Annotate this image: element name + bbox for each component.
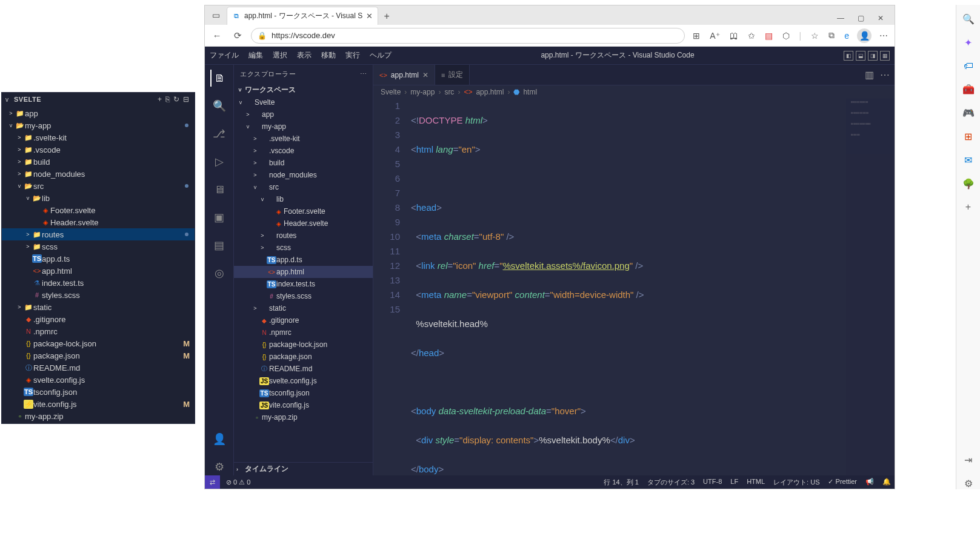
- close-window-button[interactable]: ✕: [875, 12, 886, 25]
- chevron-down-icon[interactable]: v: [5, 96, 14, 103]
- activity-search-icon[interactable]: 🔍: [211, 98, 228, 114]
- tree-item[interactable]: >📁app: [2, 107, 195, 119]
- tree-item[interactable]: ⚗index.test.ts: [2, 277, 195, 289]
- menu-run[interactable]: 実行: [345, 50, 360, 61]
- status-feedback-icon[interactable]: 📢: [865, 478, 874, 487]
- tree-item[interactable]: ⓘREADME.md: [2, 362, 195, 374]
- activity-book-icon[interactable]: ▤: [211, 237, 228, 254]
- menu-help[interactable]: ヘルプ: [370, 50, 392, 61]
- tab-actions-icon[interactable]: ▭: [205, 5, 227, 25]
- address-bar[interactable]: 🔒 https://vscode.dev: [251, 28, 685, 44]
- breadcrumb[interactable]: Svelte› my-app› src› <> app.html› ⬣ html: [373, 85, 895, 99]
- tree-item[interactable]: ⚡vite.config.jsM: [2, 398, 195, 410]
- tree-item[interactable]: N.npmrc: [2, 325, 195, 337]
- menu-view[interactable]: 表示: [297, 50, 312, 61]
- tree-item[interactable]: >📁static: [2, 301, 195, 313]
- minimize-button[interactable]: —: [835, 12, 847, 25]
- favorites-icon[interactable]: ☆: [809, 29, 821, 42]
- tree-item[interactable]: >📁.vscode: [2, 144, 195, 156]
- layout-grid-icon[interactable]: ▦: [880, 51, 890, 61]
- tree-item[interactable]: ◆.gitignore: [2, 313, 195, 325]
- edge-games-icon[interactable]: 🎮: [962, 107, 975, 119]
- tree-item[interactable]: JSsvelte.config.js: [234, 375, 373, 387]
- new-tab-button[interactable]: +: [378, 8, 395, 25]
- tree-item[interactable]: {}package.jsonM: [2, 349, 195, 362]
- collections-icon[interactable]: ⧉: [827, 28, 836, 42]
- tree-item[interactable]: >📁scss: [2, 240, 195, 253]
- status-language[interactable]: HTML: [747, 478, 765, 487]
- tree-item[interactable]: >node_modules: [234, 169, 373, 181]
- workspace-section-header[interactable]: v ワークスペース: [234, 83, 373, 96]
- read-aloud-icon[interactable]: A⁺: [708, 29, 721, 42]
- tree-item[interactable]: v📂my-app: [2, 119, 195, 131]
- tree-item[interactable]: #styles.scss: [234, 290, 373, 302]
- editor-more-icon[interactable]: ⋯: [880, 69, 890, 81]
- layout-bottom-icon[interactable]: ⬓: [856, 51, 865, 61]
- activity-account-icon[interactable]: 👤: [211, 431, 228, 448]
- refresh-icon[interactable]: ↻: [172, 95, 181, 104]
- tree-item[interactable]: TStsconfig.json: [234, 387, 373, 399]
- new-file-icon[interactable]: +: [156, 95, 164, 104]
- status-prettier[interactable]: ✓ Prettier: [828, 478, 857, 487]
- tree-item[interactable]: {}package-lock.jsonM: [2, 337, 195, 349]
- ext-todoist-icon[interactable]: ▤: [763, 29, 775, 42]
- activity-scm-icon[interactable]: ⎇: [211, 125, 228, 142]
- favorite-icon[interactable]: ✩: [746, 29, 757, 42]
- breadcrumb-item[interactable]: app.html: [476, 88, 504, 96]
- tree-item[interactable]: v📂lib: [2, 192, 195, 204]
- activity-explorer-icon[interactable]: 🗎: [210, 70, 227, 87]
- app-icon[interactable]: ⊞: [691, 29, 702, 42]
- status-cursor-pos[interactable]: 行 14、列 1: [604, 478, 638, 487]
- tree-item[interactable]: ▫my-app.zip: [2, 410, 195, 422]
- activity-extensions-icon[interactable]: ▣: [211, 209, 228, 226]
- status-encoding[interactable]: UTF-8: [703, 478, 722, 487]
- breadcrumb-item[interactable]: my-app: [410, 88, 435, 96]
- tree-item[interactable]: vSvelte: [234, 96, 373, 108]
- more-icon[interactable]: ⋯: [878, 29, 890, 42]
- tree-item[interactable]: TSapp.d.ts: [2, 253, 195, 265]
- tree-item[interactable]: vlib: [234, 193, 373, 205]
- tree-item[interactable]: <>app.html: [2, 265, 195, 277]
- activity-debug-icon[interactable]: ▷: [211, 153, 228, 170]
- collapse-icon[interactable]: ⊟: [181, 95, 191, 104]
- tree-item[interactable]: #styles.scss: [2, 289, 195, 301]
- tree-item[interactable]: >📁.svelte-kit: [2, 131, 195, 144]
- maximize-button[interactable]: ▢: [855, 12, 867, 25]
- tree-item[interactable]: ⓘREADME.md: [234, 363, 373, 375]
- ie-mode-icon[interactable]: e: [842, 29, 851, 42]
- tree-item[interactable]: >build: [234, 157, 373, 169]
- back-button[interactable]: ←: [210, 30, 224, 41]
- sidebar-more-icon[interactable]: ⋯: [360, 70, 367, 78]
- edge-office-icon[interactable]: ⊞: [964, 131, 972, 142]
- code-lines[interactable]: <!DOCTYPE html> <html lang="en"> <head> …: [411, 99, 895, 475]
- tree-item[interactable]: >📁routes: [2, 228, 195, 240]
- edge-outlook-icon[interactable]: ✉: [964, 154, 972, 166]
- tree-item[interactable]: >static: [234, 302, 373, 314]
- close-tab-icon[interactable]: ✕: [366, 12, 373, 21]
- status-layout[interactable]: レイアウト: US: [773, 478, 819, 487]
- tree-item[interactable]: N.npmrc: [234, 326, 373, 339]
- activity-target-icon[interactable]: ◎: [211, 265, 228, 282]
- tree-item[interactable]: ◈Header.svelte: [234, 217, 373, 230]
- refresh-button[interactable]: ⟳: [230, 30, 245, 41]
- edge-shopping-icon[interactable]: 🏷: [964, 61, 973, 71]
- extensions-icon[interactable]: ⬡: [781, 29, 792, 42]
- menu-select[interactable]: 選択: [273, 50, 287, 61]
- remote-indicator[interactable]: ⇄: [205, 475, 220, 489]
- menu-edit[interactable]: 編集: [248, 50, 263, 61]
- tree-item[interactable]: >📁build: [2, 156, 195, 168]
- status-tab-size[interactable]: タブのサイズ: 3: [647, 478, 695, 487]
- tree-item[interactable]: >app: [234, 108, 373, 121]
- layout-right-icon[interactable]: ◨: [868, 51, 878, 61]
- menu-file[interactable]: ファイル: [210, 50, 239, 61]
- activity-settings-icon[interactable]: ⚙: [211, 458, 228, 475]
- minimap[interactable]: ████ ██ ████ ████ ████ ██ ██ ████ ████ █…: [846, 99, 895, 475]
- edge-chat-icon[interactable]: ✦: [964, 37, 972, 48]
- tree-item[interactable]: TSapp.d.ts: [234, 254, 373, 266]
- close-tab-icon[interactable]: ✕: [422, 71, 428, 79]
- edge-search-icon[interactable]: 🔍: [962, 13, 975, 25]
- tree-item[interactable]: ◈svelte.config.js: [2, 374, 195, 386]
- tree-item[interactable]: ▫my-app.zip: [234, 411, 373, 423]
- tree-item[interactable]: ◈Header.svelte: [2, 216, 195, 228]
- tree-item[interactable]: vsrc: [234, 181, 373, 193]
